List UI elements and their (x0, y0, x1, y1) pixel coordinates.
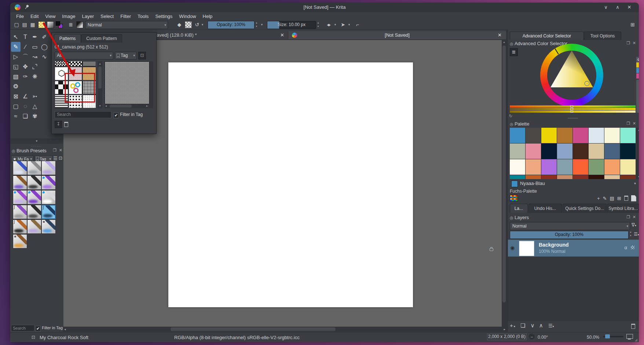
add-layer-dropdown-icon[interactable]: ▾ (514, 325, 515, 328)
palette-swatch[interactable] (526, 128, 541, 144)
palette-swatch[interactable] (573, 175, 589, 179)
gradient-chooser-button[interactable] (47, 21, 54, 28)
pattern-thumbnail-weave[interactable] (55, 95, 68, 108)
close-icon[interactable]: ✕ (498, 31, 502, 39)
status-zoom[interactable]: 50.0% (587, 335, 599, 340)
blend-mode-select[interactable]: Normal ▾ (85, 21, 168, 29)
inherit-alpha-icon[interactable] (631, 246, 634, 249)
brush-search-input[interactable]: Search (11, 325, 34, 331)
tool-pattern-edit-icon[interactable]: ❋ (30, 72, 40, 81)
tool-ellipse-icon[interactable]: ◯ (40, 42, 49, 52)
delete-color-icon[interactable] (624, 196, 628, 201)
preview-vscrollbar[interactable] (149, 61, 153, 108)
docker-splitter[interactable] (568, 118, 578, 119)
edit-palette-icon[interactable]: ✎ (603, 196, 607, 201)
preserve-alpha-icon[interactable] (185, 21, 192, 28)
pattern-thumbnail-rings[interactable] (69, 81, 82, 94)
float-icon[interactable]: ❐ (626, 121, 630, 126)
save-palette-icon[interactable]: ▤ (610, 196, 614, 201)
tab-custom-pattern[interactable]: Custom Pattern (81, 34, 122, 43)
tab-patterns[interactable]: Patterns (54, 34, 81, 43)
tool-reference-images-icon[interactable]: ➳ (30, 91, 40, 101)
hscroll-thumb[interactable] (171, 327, 336, 331)
maximize-button[interactable]: ∧ (613, 4, 622, 11)
close-button[interactable]: ✕ (625, 4, 634, 11)
tool-bezier-curve-icon[interactable]: ↝ (30, 52, 40, 62)
history-swatch[interactable] (636, 68, 639, 73)
close-icon[interactable]: ✕ (633, 41, 636, 46)
pattern-thumbnail-noise-pink[interactable] (69, 67, 82, 80)
palette-swatch[interactable] (589, 144, 604, 159)
toolbox-collapse-bar[interactable]: ▾ (10, 138, 63, 144)
pattern-chooser-button[interactable] (38, 21, 45, 28)
history-swatch[interactable] (636, 73, 639, 79)
wrap-around-icon[interactable]: ⌐ (354, 21, 361, 28)
tab-advanced-color-selector[interactable]: Advanced Color Selector (510, 32, 584, 40)
pattern-filter-select[interactable]: All ▾ (55, 52, 113, 59)
scroll-left-icon[interactable]: ◂ (64, 327, 66, 332)
menu-select[interactable]: Select (98, 13, 117, 20)
palette-swatch[interactable] (573, 144, 589, 159)
mirror-horizontal-icon[interactable]: ◂▸ (324, 21, 332, 28)
selected-color-row[interactable]: ⋮ Nyaaa-Blau ▾ (508, 180, 639, 187)
brush-preset[interactable] (27, 161, 41, 175)
pattern-thumbnail-grid-dense[interactable] (83, 61, 96, 66)
menu-view[interactable]: View (42, 13, 58, 20)
brush-preset[interactable] (27, 190, 41, 204)
tool-freehand-brush-icon[interactable]: ✎ (11, 42, 21, 52)
opacity-dropdown-icon[interactable]: ▾ (260, 21, 264, 28)
float-icon[interactable]: ❐ (626, 215, 630, 219)
palette-swatch[interactable] (510, 128, 526, 144)
add-color-icon[interactable]: + (597, 196, 600, 201)
new-palette-icon[interactable] (631, 195, 636, 201)
color-reset-icon[interactable]: ↻ (509, 114, 512, 119)
rotation-icon[interactable]: ↔ (529, 334, 535, 339)
palette-swatch[interactable] (541, 144, 557, 159)
layer-properties-icon[interactable]: ☰ (548, 323, 553, 328)
tool-assistants-icon[interactable]: ❂ (11, 81, 21, 91)
opacity-slider[interactable]: Opacity: 100% (208, 21, 255, 29)
brush-option-icon[interactable]: ≣ (67, 21, 74, 28)
canvas-hscrollbar[interactable]: ◂ ▸ (63, 327, 506, 332)
brush-preset[interactable] (27, 219, 41, 234)
brush-preset[interactable] (41, 219, 56, 234)
tool-angle-icon[interactable]: ∠ (21, 91, 30, 101)
brush-preset[interactable] (13, 234, 27, 248)
sv-cursor[interactable] (585, 81, 589, 86)
palette-swatch[interactable] (620, 175, 636, 179)
import-resource-icon[interactable]: ↧ (55, 121, 62, 128)
brush-preset[interactable]: ʃ (13, 205, 27, 219)
mirror-h-dropdown-icon[interactable]: ▾ (333, 21, 337, 28)
layer-alpha-icon[interactable]: α (624, 245, 627, 250)
move-layer-down-icon[interactable]: ∨ (531, 322, 535, 328)
pattern-thumbnail-dots-big[interactable] (69, 95, 82, 108)
layer-thumbnail[interactable] (519, 241, 534, 256)
open-document-icon[interactable]: ▤ (21, 21, 28, 28)
palette-swatch[interactable] (557, 128, 573, 144)
add-layer-icon[interactable]: + (510, 322, 513, 328)
palette-swatch[interactable] (541, 128, 557, 144)
pattern-thumbnail-noise-tan[interactable] (83, 67, 96, 80)
brush-detail-icon[interactable]: ⊡ (59, 156, 62, 161)
monitor-icon[interactable] (626, 334, 633, 339)
tool-text-icon[interactable]: T (21, 32, 30, 42)
menu-image[interactable]: Image (59, 13, 78, 20)
pattern-thumbnail-checker-fine[interactable] (55, 61, 68, 66)
tag-tool-button[interactable]: ⊡ (138, 52, 146, 59)
palette-swatch[interactable] (620, 159, 636, 175)
close-icon[interactable]: ✕ (59, 148, 62, 153)
tool-transform-icon[interactable]: ◱ (11, 62, 21, 72)
size-spin[interactable]: ▴▾ (316, 21, 320, 28)
scroll-right-icon[interactable]: ▸ (504, 327, 505, 332)
zoom-slider-thumb[interactable] (605, 334, 610, 338)
palette-swatch[interactable] (526, 175, 541, 179)
acs-settings-icon[interactable]: ≣ (510, 48, 518, 56)
brush-preset[interactable]: ʃ (13, 219, 27, 234)
visibility-eye-icon[interactable]: ◉ (510, 245, 515, 251)
vscroll-thumb[interactable] (502, 46, 506, 302)
brush-preset[interactable] (27, 205, 41, 219)
palette-swatch[interactable] (557, 159, 573, 175)
brush-view-menu-icon[interactable]: ☰ (53, 156, 58, 161)
tool-edit-shapes-icon[interactable]: ✒ (30, 32, 40, 42)
workspace-chooser-icon[interactable]: ⊞ (629, 21, 636, 28)
